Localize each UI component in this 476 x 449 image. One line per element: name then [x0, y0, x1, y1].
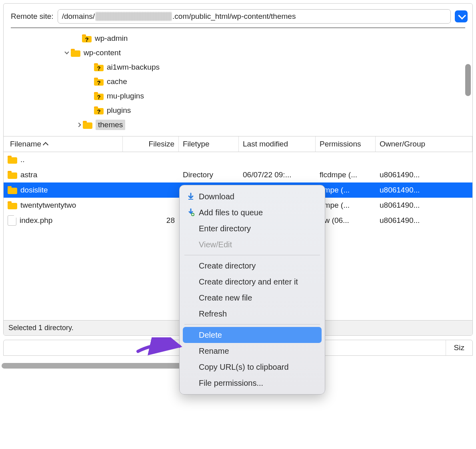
menu-copy-url[interactable]: Copy URL(s) to clipboard — [183, 359, 322, 375]
folder-icon — [8, 171, 17, 179]
file-modified-label: 06/07/22 09:... — [239, 170, 316, 179]
menu-label: Create directory and enter it — [199, 277, 298, 287]
file-owner-label: u8061490... — [376, 186, 472, 194]
column-filename[interactable]: Filename — [6, 136, 123, 152]
folder-icon — [8, 186, 17, 194]
file-owner-label: u8061490... — [376, 170, 472, 179]
lower-size-column[interactable]: Siz — [446, 340, 472, 355]
scrollbar-thumb[interactable] — [465, 64, 471, 96]
file-owner-label: u8061490... — [376, 216, 472, 225]
file-row[interactable]: .. — [4, 152, 472, 167]
menu-label: Copy URL(s) to clipboard — [199, 363, 289, 372]
context-menu: Download Add files to queue Enter direct… — [179, 185, 325, 395]
file-name-label: index.php — [20, 216, 52, 225]
download-icon — [187, 192, 195, 200]
menu-label: View/Edit — [199, 240, 232, 249]
file-name-label: dosislite — [20, 186, 48, 194]
remote-site-label: Remote site: — [11, 12, 54, 21]
menu-refresh[interactable]: Refresh — [183, 306, 322, 322]
disclosure-triangle[interactable] — [75, 123, 83, 126]
file-name-label: twentytwentytwo — [20, 201, 76, 210]
tree-item[interactable]: ai1wm-backups — [4, 60, 472, 74]
folder-unknown-icon — [94, 106, 104, 114]
tree-item[interactable]: cache — [4, 74, 472, 89]
tree-item[interactable]: plugins — [4, 103, 472, 118]
column-owner[interactable]: Owner/Group — [376, 136, 472, 152]
sort-ascending-icon — [43, 142, 48, 148]
file-icon — [8, 215, 16, 226]
menu-rename[interactable]: Rename — [183, 343, 322, 359]
folder-icon — [8, 201, 17, 209]
folder-icon — [83, 121, 92, 129]
folder-unknown-icon — [82, 34, 92, 42]
tree-item[interactable]: themes — [4, 118, 472, 132]
menu-separator — [184, 324, 320, 325]
folder-unknown-icon — [94, 92, 104, 100]
column-filetype[interactable]: Filetype — [179, 136, 239, 152]
file-size-label: 28 — [123, 216, 179, 225]
file-owner-label: u8061490... — [376, 201, 472, 210]
tree-item-label: plugins — [107, 106, 131, 115]
menu-label: Delete — [199, 331, 222, 340]
tree-item-label: cache — [107, 77, 127, 86]
column-filesize[interactable]: Filesize — [123, 136, 179, 152]
tree-item[interactable]: wp-content — [4, 46, 472, 60]
menu-label: Create new file — [199, 293, 252, 303]
disclosure-triangle[interactable] — [63, 52, 71, 54]
remote-path-input[interactable]: /domains/ .com/public_html/wp-content/th… — [58, 9, 451, 24]
menu-label: Rename — [199, 347, 229, 356]
tree-item[interactable]: wp-admin — [4, 31, 472, 46]
menu-label: Enter directory — [199, 224, 251, 233]
tree-item-label: ai1wm-backups — [107, 63, 160, 72]
menu-enter-directory[interactable]: Enter directory — [183, 220, 322, 237]
add-to-queue-icon — [187, 208, 195, 216]
file-name-label: astra — [20, 170, 37, 179]
redacted-domain — [96, 12, 172, 21]
svg-rect-0 — [188, 199, 193, 200]
menu-create-directory[interactable]: Create directory — [183, 258, 322, 274]
chevron-down-icon — [64, 50, 69, 54]
menu-view-edit: View/Edit — [183, 237, 322, 253]
menu-add-to-queue[interactable]: Add files to queue — [183, 204, 322, 220]
menu-label: Refresh — [199, 309, 227, 319]
menu-label: Add files to queue — [199, 208, 263, 217]
remote-site-row: Remote site: /domains/ .com/public_html/… — [4, 4, 472, 28]
menu-create-file[interactable]: Create new file — [183, 290, 322, 306]
column-headers: Filename Filesize Filetype Last modified… — [4, 136, 472, 152]
tree-item-label: wp-admin — [95, 34, 128, 43]
file-perm-label: flcdmpe (... — [316, 170, 376, 179]
path-suffix: .com/public_html/wp-content/themes — [172, 12, 296, 21]
column-permissions[interactable]: Permissions — [316, 136, 376, 152]
folder-unknown-icon — [94, 63, 104, 71]
path-dropdown-button[interactable] — [455, 10, 468, 22]
file-name-label: .. — [20, 155, 25, 164]
menu-delete[interactable]: Delete — [183, 327, 322, 343]
chevron-right-icon — [76, 122, 81, 127]
tree-item-label: themes — [96, 120, 125, 130]
file-row[interactable]: astraDirectory06/07/22 09:...flcdmpe (..… — [4, 167, 472, 182]
menu-download[interactable]: Download — [183, 188, 322, 204]
tree-item-label: mu-plugins — [107, 92, 144, 100]
tree-item[interactable]: mu-plugins — [4, 89, 472, 103]
chevron-down-icon — [458, 12, 466, 20]
directory-tree[interactable]: wp-adminwp-contentai1wm-backupscachemu-p… — [4, 28, 472, 136]
menu-file-permissions[interactable]: File permissions... — [183, 375, 322, 391]
path-prefix: /domains/ — [62, 12, 95, 21]
file-type-label: Directory — [179, 170, 239, 179]
menu-label: Download — [199, 192, 234, 201]
menu-create-directory-enter[interactable]: Create directory and enter it — [183, 274, 322, 290]
folder-unknown-icon — [94, 78, 104, 86]
folder-icon — [71, 49, 80, 57]
column-modified[interactable]: Last modified — [239, 136, 316, 152]
menu-label: Create directory — [199, 261, 256, 271]
tree-item-label: wp-content — [84, 48, 121, 57]
menu-separator — [184, 255, 320, 255]
menu-label: File permissions... — [199, 379, 263, 388]
folder-icon — [8, 156, 17, 164]
